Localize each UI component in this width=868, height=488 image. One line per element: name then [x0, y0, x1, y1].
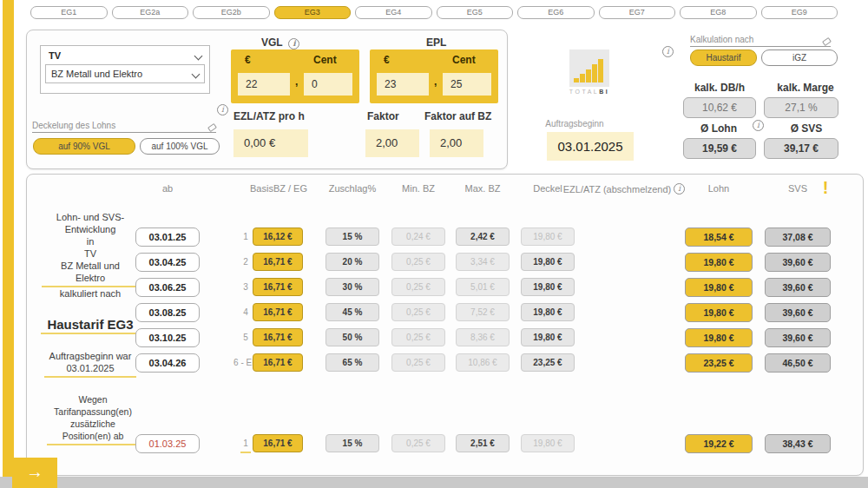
basisbz-value: 16,71 €	[253, 434, 303, 452]
row-date-input[interactable]: 03.08.25	[135, 303, 200, 322]
deckel-value: 19,80 €	[521, 278, 575, 296]
avg-svs-value: 39,17 €	[764, 138, 838, 159]
auftragsbeginn-label: Auftragsbeginn	[528, 119, 621, 129]
max-bz-value: 2,42 €	[456, 228, 510, 246]
table-panel: ab BasisBZ / EG Zuschlag% Min. BZ Max. B…	[26, 174, 864, 476]
ezl-label: EZL/ATZ pro h	[233, 110, 305, 122]
col-header-ab: ab	[135, 183, 200, 194]
col-header-maxbz: Max. BZ	[456, 183, 510, 194]
epl-cent-input[interactable]: 25	[443, 73, 491, 96]
tab-eg6[interactable]: EG6	[517, 6, 595, 19]
row-date-input[interactable]: 03.06.25	[135, 278, 200, 297]
faktor-bz-input[interactable]: 2,00	[430, 129, 483, 157]
basisbz-value: 16,12 €	[253, 228, 303, 246]
vgl-cent-header: Cent	[313, 54, 337, 66]
tab-eg2b[interactable]: EG2b	[193, 6, 270, 19]
auftragsbeginn-date-input[interactable]: 03.01.2025	[547, 132, 634, 161]
vgl-comma: ,	[295, 76, 298, 88]
vgl-euro-input[interactable]: 22	[238, 73, 290, 96]
kalk-marge-value: 27,1 %	[764, 97, 838, 118]
lohn-value: 19,80 €	[685, 278, 753, 297]
lohn-value: 19,80 €	[685, 328, 753, 347]
max-bz-value: 10,86 €	[456, 353, 510, 372]
chevron-down-icon	[192, 69, 201, 78]
zuschlag-value: 45 %	[326, 303, 379, 321]
svs-value: 39,60 €	[765, 303, 831, 322]
table-row: 03.01.25116,12 €15 %0,24 €2,42 €19,80 €1…	[27, 228, 863, 248]
deckel-value: 19,80 €	[521, 328, 575, 346]
tab-eg7[interactable]: EG7	[599, 6, 676, 19]
dashboard: → EG1EG2aEG2bEG3EG4EG5EG6EG7EG8EG9 TV BZ…	[0, 0, 868, 488]
tab-eg4[interactable]: EG4	[355, 6, 432, 19]
row-date-input[interactable]: 03.04.26	[135, 353, 200, 373]
haustarif-button[interactable]: Haustarif	[690, 49, 757, 66]
tab-eg2a[interactable]: EG2a	[112, 6, 189, 19]
tab-eg3[interactable]: EG3	[274, 6, 352, 19]
tv-dropdown[interactable]: TV	[41, 46, 209, 63]
kalk-db-value: 10,62 €	[683, 97, 756, 118]
min-bz-value: 0,24 €	[391, 228, 445, 246]
zuschlag-value: 15 %	[326, 434, 379, 452]
basisbz-value: 16,71 €	[253, 278, 303, 296]
info-icon[interactable]: i	[674, 183, 685, 195]
max-bz-value: 8,36 €	[456, 328, 510, 346]
igz-button[interactable]: iGZ	[761, 49, 838, 66]
epl-comma: ,	[434, 76, 437, 88]
clear-filter-icon[interactable]	[207, 123, 217, 132]
zuschlag-value: 65 %	[326, 353, 379, 372]
totalbi-logo-icon	[569, 49, 609, 87]
table-row: 03.06.25316,71 €30 %0,25 €5,01 €19,80 €1…	[27, 278, 863, 299]
tv-dropdown-label: TV	[49, 50, 61, 61]
zuschlag-value: 20 %	[326, 253, 379, 271]
deckel-value: 19,80 €	[521, 434, 575, 452]
info-icon[interactable]: i	[662, 46, 674, 57]
lohn-value: 19,80 €	[685, 303, 753, 322]
max-bz-value: 3,34 €	[456, 253, 510, 271]
deckel-value: 19,80 €	[521, 253, 575, 271]
vgl-cent-input[interactable]: 0	[304, 73, 352, 96]
clear-filter-icon[interactable]	[822, 37, 832, 46]
max-bz-value: 7,52 €	[456, 303, 510, 321]
deckelung-100-button[interactable]: auf 100% VGL	[140, 138, 220, 155]
vgl-title: VGL i	[261, 36, 299, 49]
info-icon[interactable]: i	[217, 104, 228, 115]
tab-bar: EG1EG2aEG2bEG3EG4EG5EG6EG7EG8EG9	[30, 6, 838, 19]
row-date-input[interactable]: 03.10.25	[135, 328, 200, 347]
next-page-button[interactable]: →	[12, 458, 57, 488]
lohn-value: 18,54 €	[685, 228, 753, 247]
table-row: 03.10.25516,71 €50 %0,25 €8,36 €19,80 €1…	[27, 328, 863, 349]
faktor-input[interactable]: 2,00	[365, 129, 419, 157]
basisbz-value: 16,71 €	[253, 303, 303, 321]
chevron-down-icon	[194, 51, 203, 60]
svs-value: 39,60 €	[765, 253, 831, 272]
row-date-input[interactable]: 03.04.25	[135, 253, 200, 272]
left-accent-bar	[3, 0, 14, 488]
basisbz-value: 16,71 €	[253, 353, 303, 372]
vgl-input-group: € Cent 22 , 0	[231, 49, 359, 103]
kalk-marge-label: kalk. Marge	[769, 82, 842, 94]
basisbz-value: 16,71 €	[253, 328, 303, 346]
epl-euro-input[interactable]: 23	[377, 73, 429, 96]
kalkulation-label: Kalkulation nach	[690, 35, 753, 44]
tab-eg8[interactable]: EG8	[680, 6, 757, 19]
tab-eg1[interactable]: EG1	[30, 6, 108, 19]
deckel-value: 19,80 €	[521, 228, 575, 246]
faktor-label: Faktor	[367, 110, 399, 122]
row-date-input[interactable]: 03.01.25	[135, 228, 200, 247]
svs-value: 39,60 €	[765, 328, 831, 347]
info-icon[interactable]: i	[753, 120, 764, 131]
kalk-db-label: kalk. DB/h	[680, 82, 760, 94]
bz-dropdown[interactable]: BZ Metall und Elektro	[45, 64, 205, 83]
svs-value: 39,60 €	[765, 278, 831, 297]
ezl-input[interactable]: 0,00 €	[233, 129, 308, 157]
info-icon[interactable]: i	[288, 38, 299, 49]
lohn-value: 19,22 €	[685, 434, 753, 453]
row-date-input[interactable]: 01.03.25	[135, 434, 200, 453]
tab-eg9[interactable]: EG9	[761, 6, 838, 19]
min-bz-value: 0,25 €	[391, 303, 445, 321]
zuschlag-value: 30 %	[326, 278, 379, 296]
epl-cent-header: Cent	[452, 54, 476, 66]
tab-eg5[interactable]: EG5	[437, 6, 514, 19]
deckelung-90-button[interactable]: auf 90% VGL	[33, 138, 135, 155]
epl-title: EPL	[426, 36, 446, 49]
